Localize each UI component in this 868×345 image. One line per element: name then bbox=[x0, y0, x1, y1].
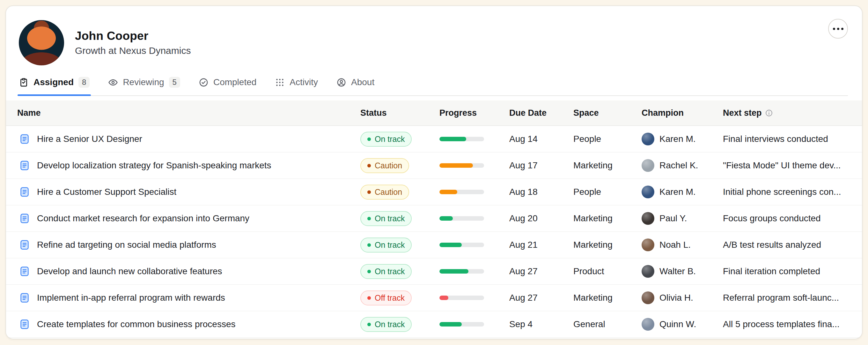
progress-fill bbox=[439, 322, 462, 326]
task-name: Create templates for common business pro… bbox=[37, 319, 236, 330]
status-dot-icon bbox=[367, 243, 371, 247]
task-name-cell: Create templates for common business pro… bbox=[17, 319, 360, 330]
column-header-label: Due Date bbox=[509, 108, 547, 118]
task-name-cell: Develop localization strategy for Spanis… bbox=[17, 160, 360, 171]
status-cell: On track bbox=[360, 238, 439, 253]
due-date-cell: Aug 27 bbox=[509, 293, 574, 303]
table-header: NameStatusProgressDue DateSpaceChampionN… bbox=[6, 100, 862, 126]
table-row[interactable]: Hire a Customer Support Specialist Cauti… bbox=[6, 179, 862, 205]
status-dot-icon bbox=[367, 137, 371, 141]
tab-count-badge: 5 bbox=[169, 77, 180, 88]
due-date-cell: Sep 4 bbox=[509, 319, 574, 330]
profile-name: John Cooper bbox=[75, 29, 191, 43]
progress-cell bbox=[439, 269, 509, 274]
next-step-cell: A/B test results analyzed bbox=[723, 240, 852, 250]
champion-avatar bbox=[642, 265, 654, 278]
page: { "theme": { "page_bg": "#fbf5ea", "card… bbox=[0, 0, 868, 345]
document-icon bbox=[19, 160, 30, 171]
champion-name: Quinn W. bbox=[659, 319, 696, 330]
column-header-name: Name bbox=[17, 108, 360, 118]
status-dot-icon bbox=[367, 190, 371, 194]
table-row[interactable]: Develop and launch new collaborative fea… bbox=[6, 258, 862, 285]
ellipsis-icon bbox=[837, 28, 839, 30]
document-icon bbox=[19, 319, 30, 330]
status-cell: On track bbox=[360, 317, 439, 332]
next-step-cell: "Fiesta Mode" UI theme dev... bbox=[723, 160, 852, 170]
more-options-button[interactable] bbox=[828, 19, 848, 39]
progress-cell bbox=[439, 243, 509, 247]
progress-cell bbox=[439, 137, 509, 141]
space-cell: People bbox=[574, 134, 642, 144]
profile-header: John Cooper Growth at Nexus Dynamics bbox=[19, 20, 848, 65]
table-row[interactable]: Hire a Senior UX Designer On track Aug 1… bbox=[6, 126, 862, 152]
table-row[interactable]: Refine ad targeting on social media plat… bbox=[6, 232, 862, 258]
progress-fill bbox=[439, 216, 453, 221]
document-icon bbox=[19, 213, 30, 224]
next-step-cell: Final iteration completed bbox=[723, 266, 852, 277]
column-header-label: Space bbox=[574, 108, 599, 118]
info-icon[interactable] bbox=[765, 109, 773, 117]
task-name-cell: Hire a Customer Support Specialist bbox=[17, 187, 360, 197]
tab-completed[interactable]: Completed bbox=[199, 77, 256, 95]
status-dot-icon bbox=[367, 217, 371, 220]
tab-label: Reviewing bbox=[123, 77, 164, 87]
document-icon bbox=[19, 292, 30, 303]
status-label: On track bbox=[375, 320, 405, 329]
progress-cell bbox=[439, 216, 509, 221]
progress-bar bbox=[439, 243, 484, 247]
status-badge: On track bbox=[360, 317, 412, 332]
progress-bar bbox=[439, 190, 484, 194]
table-row[interactable]: Conduct market research for expansion in… bbox=[6, 205, 862, 232]
profile-subtitle: Growth at Nexus Dynamics bbox=[75, 45, 191, 56]
status-dot-icon bbox=[367, 323, 371, 326]
clipboard-icon bbox=[19, 77, 29, 87]
champion-cell: Quinn W. bbox=[642, 318, 723, 331]
tab-about[interactable]: About bbox=[336, 77, 374, 95]
column-header-label: Name bbox=[17, 108, 41, 118]
champion-avatar bbox=[642, 239, 654, 251]
column-header-label: Champion bbox=[642, 108, 684, 118]
task-name-cell: Implement in-app referral program with r… bbox=[17, 292, 360, 303]
tab-activity[interactable]: Activity bbox=[275, 77, 318, 95]
table-row[interactable]: Develop localization strategy for Spanis… bbox=[6, 152, 862, 179]
status-label: Caution bbox=[375, 161, 402, 170]
champion-name: Karen M. bbox=[659, 187, 696, 197]
table-body: Hire a Senior UX Designer On track Aug 1… bbox=[6, 126, 862, 338]
champion-avatar bbox=[642, 291, 654, 304]
progress-bar bbox=[439, 163, 484, 168]
document-icon bbox=[19, 266, 30, 277]
progress-fill bbox=[439, 190, 457, 194]
ellipsis-icon bbox=[833, 28, 835, 30]
status-cell: Caution bbox=[360, 158, 439, 173]
status-badge: On track bbox=[360, 264, 412, 279]
space-cell: Marketing bbox=[574, 160, 642, 170]
column-header-space: Space bbox=[574, 108, 642, 118]
status-dot-icon bbox=[367, 270, 371, 273]
progress-fill bbox=[439, 243, 462, 247]
tab-assigned[interactable]: Assigned 8 bbox=[19, 77, 90, 95]
next-step-cell: Referral program soft-launc... bbox=[723, 293, 852, 303]
tab-reviewing[interactable]: Reviewing 5 bbox=[108, 77, 180, 95]
progress-fill bbox=[439, 163, 473, 168]
document-icon bbox=[19, 187, 30, 197]
task-name-cell: Conduct market research for expansion in… bbox=[17, 213, 360, 224]
profile-avatar bbox=[19, 20, 64, 65]
due-date-cell: Aug 14 bbox=[509, 134, 574, 144]
progress-bar bbox=[439, 322, 484, 326]
tab-label: Activity bbox=[289, 77, 318, 87]
column-header-status: Status bbox=[360, 108, 439, 118]
next-step-cell: Focus groups conducted bbox=[723, 213, 852, 223]
status-label: On track bbox=[375, 267, 405, 276]
champion-cell: Noah L. bbox=[642, 239, 723, 251]
space-cell: Marketing bbox=[574, 293, 642, 303]
table-row[interactable]: Implement in-app referral program with r… bbox=[6, 285, 862, 311]
tab-label: Completed bbox=[213, 77, 256, 87]
table-row[interactable]: Create templates for common business pro… bbox=[6, 311, 862, 338]
column-header-label: Progress bbox=[439, 108, 477, 118]
due-date-cell: Aug 18 bbox=[509, 187, 574, 197]
status-cell: On track bbox=[360, 211, 439, 226]
task-name: Conduct market research for expansion in… bbox=[37, 213, 249, 223]
user-circle-icon bbox=[336, 77, 346, 87]
champion-avatar bbox=[642, 186, 654, 198]
champion-cell: Rachel K. bbox=[642, 159, 723, 172]
